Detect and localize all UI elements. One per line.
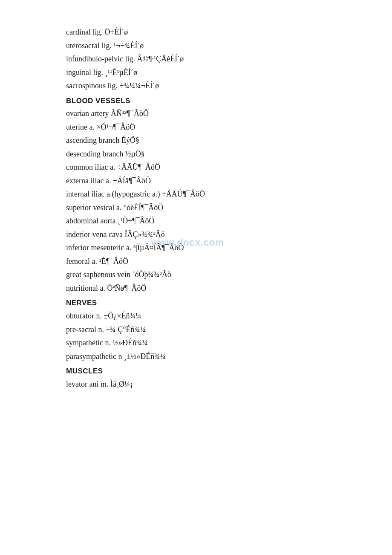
line-19: great saphenous vein ´óÒþ¾¾²Âö xyxy=(66,268,358,282)
line-16: inderior vena cava ÏÂÇ»¾¾²Âö xyxy=(66,228,358,242)
line-25: parasympathetic n ¸±½»ÐÉñ¾¼ xyxy=(66,350,358,364)
lines-container: cardinal lig. Ö÷ÈÍ´øuterosacral lig. ¹¬÷… xyxy=(66,26,358,391)
line-5: sacrospinous lig. ÷¾¼¼¬ÈÍ´ø xyxy=(66,79,358,93)
line-23: pre-sacral n. ÷¾ Ç°Éñ¾¼ xyxy=(66,323,358,337)
line-1: cardinal lig. Ö÷ÈÍ´ø xyxy=(66,26,358,39)
line-17: inferior mesenteric a. ³|ÏµÄ¤ÏÂ¶¯ÂöÖ xyxy=(66,241,358,255)
line-14: superior vesical a. °òëÈÍ¶¯ÂöÖ xyxy=(66,201,358,215)
line-2: uterosacral lig. ¹¬÷¾ÈÍ´ø xyxy=(66,39,358,53)
line-4: inguinal lig. ¸¹¹É¹µÈÍ´ø xyxy=(66,66,358,80)
line-11: common iliac a. ÷ÄÃÜ¶¯ÂöÖ xyxy=(66,161,358,174)
line-24: sympathetic n. ½»ÐÉñ¾¼ xyxy=(66,336,358,350)
line-13: internal iliac a.(hypogastric a.) ÷ÄÄÚ¶¯… xyxy=(66,188,358,201)
line-6: BLOOD VESSELS xyxy=(66,95,358,107)
line-21: NERVES xyxy=(66,297,358,309)
line-22: obturator n. ±Õ¿×Éñ¾¼ xyxy=(66,309,358,323)
document-content: www.docx.com cardinal lig. Ö÷ÈÍ´øuterosa… xyxy=(66,26,358,391)
line-10: desecnding branch ½µÖ§ xyxy=(66,147,358,161)
line-20: nutritional a. ÓªÑø¶¯ÂöÖ xyxy=(66,282,358,295)
line-26: MUSCLES xyxy=(66,365,358,378)
line-15: abdominal aorta ¸¹Ö÷¶¯ÂöÖ xyxy=(66,214,358,228)
line-12: externa iliac a. ÷ÄÍâ¶¯ÂöÖ xyxy=(66,174,358,188)
line-7: ovarian artery ÂÑ³²¶¯ÂöÖ xyxy=(66,107,358,121)
line-8: uterine a. ×Ó¹¬¶¯ÂöÖ xyxy=(66,121,358,134)
line-18: femoral a. ¹É¶¯ÂöÖ xyxy=(66,255,358,269)
line-3: infundibulo-pelvic lig. Â©¶·¹ÇÅèÈÍ´ø xyxy=(66,52,358,66)
line-27: levator ani m. Ìá¸Ø¼¡ xyxy=(66,378,358,391)
line-9: ascending branch ÉýÖ§ xyxy=(66,134,358,147)
